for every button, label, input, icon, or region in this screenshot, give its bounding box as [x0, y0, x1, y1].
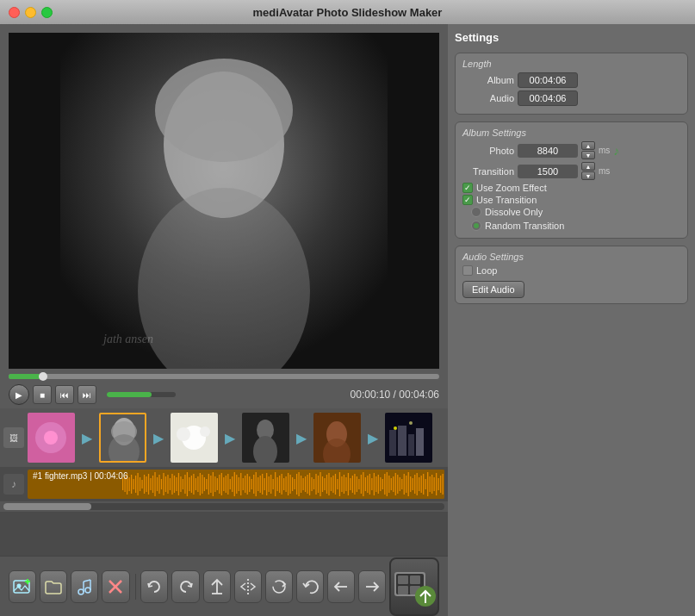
dissolve-radio[interactable]	[471, 207, 481, 217]
transition-3[interactable]: ▶	[218, 426, 242, 450]
progress-fill	[9, 374, 43, 379]
svg-point-29	[394, 426, 397, 430]
svg-rect-59	[180, 476, 181, 492]
photo-thumb-1[interactable]	[28, 413, 75, 463]
close-button[interactable]	[9, 7, 20, 18]
svg-rect-62	[187, 472, 188, 496]
stop-button[interactable]: ■	[33, 385, 52, 404]
add-photo-button[interactable]	[9, 570, 36, 603]
photo-thumb-4[interactable]	[242, 413, 289, 463]
export-button[interactable]	[389, 557, 439, 616]
svg-rect-76	[217, 478, 218, 490]
svg-rect-180	[440, 476, 441, 493]
transition-down[interactable]: ▼	[581, 171, 595, 180]
svg-rect-178	[436, 473, 437, 495]
move-up-button[interactable]	[203, 570, 231, 603]
use-transition-checkbox[interactable]: ✓	[462, 195, 473, 205]
svg-point-17	[200, 426, 210, 437]
progress-bar-container	[0, 369, 448, 381]
refresh-button[interactable]	[265, 570, 293, 603]
photo-duration-up[interactable]: ▲	[581, 141, 595, 150]
transition-spinner[interactable]: ▲ ▼	[581, 162, 595, 180]
photo-thumb-2[interactable]	[99, 413, 146, 463]
transition-up[interactable]: ▲	[581, 162, 595, 171]
svg-rect-152	[380, 477, 381, 491]
svg-rect-45	[150, 478, 151, 490]
transition-label: Transition	[462, 166, 514, 177]
scrollbar-thumb[interactable]	[3, 503, 91, 510]
svg-rect-73	[210, 476, 211, 493]
svg-rect-53	[167, 475, 168, 494]
svg-rect-139	[352, 476, 353, 493]
next-button[interactable]: ⏭	[78, 385, 96, 404]
svg-rect-134	[341, 476, 342, 492]
rotate-ccw-button[interactable]	[140, 570, 168, 603]
transition-2[interactable]: ▶	[146, 426, 171, 450]
add-music-button[interactable]	[71, 570, 98, 603]
edit-audio-button[interactable]: Edit Audio	[462, 281, 524, 298]
photo-duration-down[interactable]: ▼	[581, 151, 595, 159]
transition-4[interactable]: ▶	[289, 426, 313, 450]
svg-rect-119	[309, 473, 310, 495]
svg-rect-172	[423, 474, 424, 495]
svg-rect-102	[273, 479, 274, 489]
transition-5[interactable]: ▶	[361, 426, 385, 450]
transition-1[interactable]: ▶	[75, 426, 99, 450]
undo-button[interactable]	[296, 570, 324, 603]
preview-area: jath ansen	[9, 33, 439, 369]
svg-rect-66	[195, 478, 196, 490]
photo-thumb-3[interactable]	[171, 413, 218, 463]
svg-rect-147	[369, 474, 370, 495]
svg-point-4	[155, 59, 293, 162]
progress-track[interactable]	[9, 374, 439, 379]
sync-icon[interactable]: ♪	[613, 144, 619, 158]
transition-input[interactable]	[518, 165, 578, 178]
svg-rect-176	[431, 475, 432, 494]
photo-thumb-5[interactable]	[313, 413, 361, 463]
preview-image: jath ansen	[9, 33, 439, 369]
svg-rect-49	[158, 475, 159, 494]
length-group: Length Album 00:04:06 Audio 00:04:06	[455, 53, 688, 115]
move-left-button[interactable]	[327, 570, 355, 603]
playback-controls: ▶ ■ ⏮ ⏭ 00:00:10 / 00:04:06	[0, 381, 448, 408]
flip-button[interactable]	[234, 570, 262, 603]
svg-rect-88	[243, 478, 244, 490]
svg-rect-56	[174, 476, 175, 493]
svg-rect-142	[358, 479, 359, 489]
photo-thumb-6[interactable]	[385, 413, 432, 463]
svg-rect-50	[161, 479, 162, 489]
maximize-button[interactable]	[41, 7, 53, 18]
random-radio[interactable]	[471, 221, 481, 231]
svg-rect-154	[384, 474, 385, 495]
svg-rect-167	[413, 478, 413, 490]
timeline-scrollbar[interactable]	[0, 501, 448, 512]
add-folder-button[interactable]	[40, 570, 67, 603]
svg-rect-168	[414, 475, 415, 494]
rotate-cw-button[interactable]	[171, 570, 199, 603]
photo-duration-input[interactable]	[518, 144, 578, 158]
minimize-button[interactable]	[25, 7, 36, 18]
scrollbar-track[interactable]	[3, 503, 444, 510]
prev-button[interactable]: ⏮	[55, 385, 74, 404]
svg-rect-106	[282, 474, 282, 495]
delete-button[interactable]	[102, 570, 129, 603]
loop-label: Loop	[476, 265, 497, 276]
audio-wave-container[interactable]: #1 fighter.mp3 | 00:04:06	[28, 470, 444, 499]
volume-track[interactable]	[107, 392, 176, 397]
svg-rect-113	[296, 474, 297, 495]
zoom-effect-checkbox[interactable]: ✓	[462, 183, 473, 193]
svg-rect-129	[331, 477, 332, 491]
svg-rect-83	[232, 476, 233, 492]
transition-duration-row: Transition ▲ ▼ ms	[462, 162, 680, 180]
svg-rect-127	[326, 475, 327, 494]
svg-rect-70	[204, 477, 205, 491]
play-button[interactable]: ▶	[9, 384, 29, 405]
svg-rect-164	[406, 476, 406, 493]
toolbar	[0, 556, 448, 616]
app-title: mediAvatar Photo Slideshow Maker	[253, 6, 443, 19]
move-right-button[interactable]	[358, 570, 386, 603]
audio-label: Audio	[462, 93, 514, 103]
loop-checkbox[interactable]	[462, 265, 473, 276]
svg-rect-133	[339, 472, 340, 496]
photo-duration-spinner[interactable]: ▲ ▼	[581, 141, 595, 159]
